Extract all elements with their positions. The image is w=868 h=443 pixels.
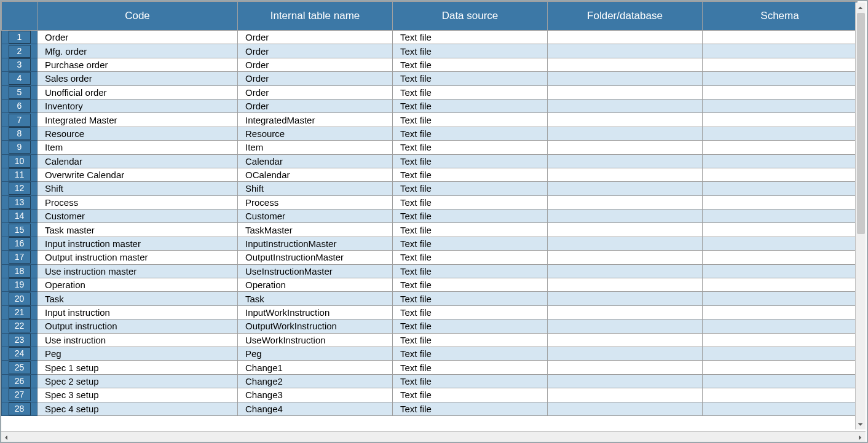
cell-internal[interactable]: IntegratedMaster bbox=[238, 113, 393, 127]
cell-folder[interactable] bbox=[548, 251, 703, 264]
cell-internal[interactable]: Order bbox=[238, 44, 393, 58]
cell-code[interactable]: Order bbox=[37, 31, 238, 44]
row-number[interactable]: 6 bbox=[2, 99, 37, 112]
cell-internal[interactable]: OutputWorkInstruction bbox=[238, 320, 393, 333]
cell-folder[interactable] bbox=[548, 374, 703, 388]
cell-folder[interactable] bbox=[548, 388, 703, 402]
cell-internal[interactable]: Change2 bbox=[238, 374, 393, 388]
cell-code[interactable]: Spec 4 setup bbox=[37, 402, 238, 415]
cell-internal[interactable]: Operation bbox=[238, 278, 393, 292]
row-number[interactable]: 4 bbox=[2, 72, 37, 85]
cell-schema[interactable] bbox=[703, 251, 858, 264]
table-row[interactable]: 17Output instruction masterOutputInstruc… bbox=[2, 251, 858, 264]
cell-internal[interactable]: Change1 bbox=[238, 361, 393, 374]
cell-schema[interactable] bbox=[703, 264, 858, 278]
scroll-down-icon[interactable]: ⏷ bbox=[856, 419, 866, 429]
cell-folder[interactable] bbox=[548, 320, 703, 333]
cell-code[interactable]: Item bbox=[37, 141, 238, 154]
table-row[interactable]: 9ItemItemText file bbox=[2, 141, 858, 154]
cell-code[interactable]: Spec 3 setup bbox=[37, 388, 238, 402]
row-number[interactable]: 5 bbox=[2, 85, 37, 99]
cell-folder[interactable] bbox=[548, 182, 703, 195]
cell-source[interactable]: Text file bbox=[393, 223, 548, 237]
header-folder-database[interactable]: Folder/database bbox=[548, 2, 703, 31]
row-number[interactable]: 9 bbox=[2, 141, 37, 154]
cell-code[interactable]: Mfg. order bbox=[37, 44, 238, 58]
cell-schema[interactable] bbox=[703, 127, 858, 140]
cell-schema[interactable] bbox=[703, 141, 858, 154]
row-number[interactable]: 20 bbox=[2, 292, 37, 305]
cell-folder[interactable] bbox=[548, 127, 703, 140]
header-schema[interactable]: Schema bbox=[703, 2, 858, 31]
cell-schema[interactable] bbox=[703, 182, 858, 195]
vertical-scrollbar-thumb[interactable] bbox=[857, 13, 865, 234]
cell-source[interactable]: Text file bbox=[393, 141, 548, 154]
table-row[interactable]: 16Input instruction masterInputInstructi… bbox=[2, 237, 858, 250]
cell-source[interactable]: Text file bbox=[393, 127, 548, 140]
table-row[interactable]: 23Use instructionUseWorkInstructionText … bbox=[2, 333, 858, 347]
table-row[interactable]: 20TaskTaskText file bbox=[2, 292, 858, 305]
cell-folder[interactable] bbox=[548, 31, 703, 44]
cell-source[interactable]: Text file bbox=[393, 195, 548, 209]
cell-folder[interactable] bbox=[548, 85, 703, 99]
cell-schema[interactable] bbox=[703, 210, 858, 223]
cell-folder[interactable] bbox=[548, 154, 703, 168]
table-row[interactable]: 6InventoryOrderText file bbox=[2, 99, 858, 112]
cell-code[interactable]: Inventory bbox=[37, 99, 238, 112]
cell-schema[interactable] bbox=[703, 195, 858, 209]
cell-source[interactable]: Text file bbox=[393, 388, 548, 402]
cell-internal[interactable]: Order bbox=[238, 85, 393, 99]
cell-internal[interactable]: TaskMaster bbox=[238, 223, 393, 237]
row-number[interactable]: 19 bbox=[2, 278, 37, 292]
table-row[interactable]: 28Spec 4 setupChange4Text file bbox=[2, 402, 858, 415]
cell-schema[interactable] bbox=[703, 347, 858, 360]
cell-internal[interactable]: Order bbox=[238, 31, 393, 44]
cell-schema[interactable] bbox=[703, 223, 858, 237]
row-number[interactable]: 1 bbox=[2, 31, 37, 44]
cell-internal[interactable]: Shift bbox=[238, 182, 393, 195]
cell-folder[interactable] bbox=[548, 141, 703, 154]
cell-code[interactable]: Peg bbox=[37, 347, 238, 360]
cell-internal[interactable]: InputWorkInstruction bbox=[238, 305, 393, 319]
row-number[interactable]: 25 bbox=[2, 361, 37, 374]
table-row[interactable]: 7Integrated MasterIntegratedMasterText f… bbox=[2, 113, 858, 127]
cell-code[interactable]: Input instruction master bbox=[37, 237, 238, 250]
horizontal-scrollbar[interactable]: ⏴ ⏵ bbox=[1, 431, 866, 442]
cell-schema[interactable] bbox=[703, 99, 858, 112]
cell-source[interactable]: Text file bbox=[393, 237, 548, 250]
row-number[interactable]: 7 bbox=[2, 113, 37, 127]
cell-code[interactable]: Use instruction master bbox=[37, 264, 238, 278]
cell-source[interactable]: Text file bbox=[393, 251, 548, 264]
cell-code[interactable]: Resource bbox=[37, 127, 238, 140]
cell-folder[interactable] bbox=[548, 195, 703, 209]
row-number[interactable]: 22 bbox=[2, 320, 37, 333]
cell-source[interactable]: Text file bbox=[393, 402, 548, 415]
cell-source[interactable]: Text file bbox=[393, 113, 548, 127]
cell-source[interactable]: Text file bbox=[393, 320, 548, 333]
cell-source[interactable]: Text file bbox=[393, 99, 548, 112]
cell-code[interactable]: Sales order bbox=[37, 72, 238, 85]
table-row[interactable]: 4Sales orderOrderText file bbox=[2, 72, 858, 85]
header-internal-table-name[interactable]: Internal table name bbox=[238, 2, 393, 31]
cell-schema[interactable] bbox=[703, 374, 858, 388]
cell-folder[interactable] bbox=[548, 402, 703, 415]
cell-code[interactable]: Output instruction master bbox=[37, 251, 238, 264]
cell-code[interactable]: Task master bbox=[37, 223, 238, 237]
table-row[interactable]: 2Mfg. orderOrderText file bbox=[2, 44, 858, 58]
cell-source[interactable]: Text file bbox=[393, 31, 548, 44]
table-row[interactable]: 19OperationOperationText file bbox=[2, 278, 858, 292]
cell-schema[interactable] bbox=[703, 388, 858, 402]
table-row[interactable]: 18Use instruction masterUseInstructionMa… bbox=[2, 264, 858, 278]
vertical-scrollbar[interactable]: ⏶ ⏷ bbox=[855, 2, 866, 429]
row-number[interactable]: 21 bbox=[2, 305, 37, 319]
cell-schema[interactable] bbox=[703, 154, 858, 168]
cell-schema[interactable] bbox=[703, 72, 858, 85]
cell-folder[interactable] bbox=[548, 210, 703, 223]
cell-code[interactable]: Output instruction bbox=[37, 320, 238, 333]
row-number[interactable]: 28 bbox=[2, 402, 37, 415]
cell-folder[interactable] bbox=[548, 264, 703, 278]
cell-internal[interactable]: OCalendar bbox=[238, 168, 393, 181]
table-row[interactable]: 14CustomerCustomerText file bbox=[2, 210, 858, 223]
cell-source[interactable]: Text file bbox=[393, 44, 548, 58]
row-number[interactable]: 12 bbox=[2, 182, 37, 195]
